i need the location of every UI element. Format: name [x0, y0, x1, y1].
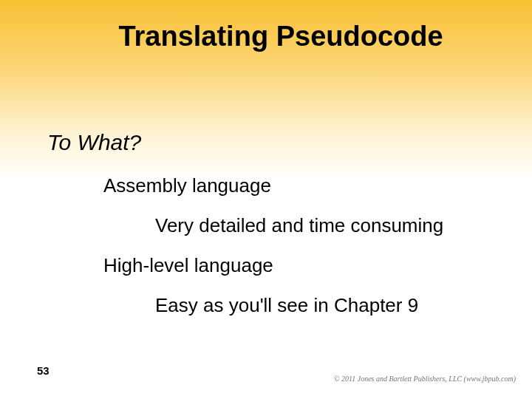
page-number: 53 [37, 364, 50, 377]
copyright-text: © 2011 Jones and Bartlett Publishers, LL… [334, 375, 516, 383]
slide-title: Translating Pseudocode [0, 21, 532, 52]
body-line-1: Assembly language [103, 174, 271, 197]
slide-subtitle: To What? [47, 130, 141, 155]
body-line-2: Very detailed and time consuming [155, 214, 443, 237]
body-line-4: Easy as you'll see in Chapter 9 [155, 294, 418, 317]
body-line-3: High-level language [103, 254, 273, 277]
